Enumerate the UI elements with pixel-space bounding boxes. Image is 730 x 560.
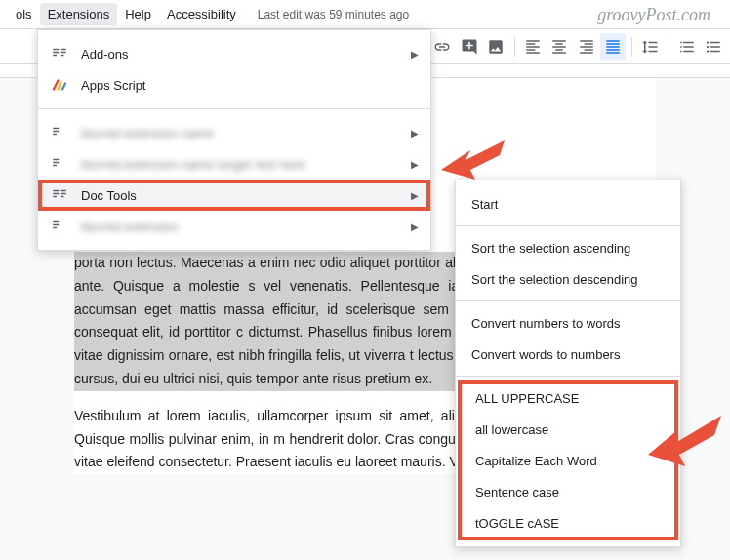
submenu-sort-asc[interactable]: Sort the selection ascending [456,232,680,263]
extension-icon [50,123,69,142]
submenu-toggle[interactable]: tOGGLE cASE [460,507,676,539]
add-comment-button[interactable] [457,33,481,60]
menu-ext-blur-2[interactable]: blurred extension name longer text here … [38,148,430,180]
insert-link-button[interactable] [430,33,455,60]
menu-label-blurred: blurred extension name longer text here [81,157,411,172]
menu-doc-tools[interactable]: Doc Tools ▶ [38,180,430,211]
menu-label-blurred: blurred extension name [81,126,411,140]
menu-extensions[interactable]: Extensions [40,3,118,25]
bullet-list-icon [705,38,722,56]
doc-tools-icon [50,185,69,205]
separator [456,300,680,301]
separator [456,376,680,377]
menu-tools[interactable]: ols [8,3,40,25]
align-center-button[interactable] [548,33,572,60]
align-justify-icon [604,38,622,56]
menu-ext-blur-1[interactable]: blurred extension name ▶ [38,117,430,148]
image-icon [487,38,505,56]
watermark: groovyPost.com [597,5,710,25]
align-left-icon [524,38,542,56]
align-right-icon [578,38,595,56]
submenu-sort-desc[interactable]: Sort the selection descending [456,263,680,295]
separator [38,108,430,109]
align-right-button[interactable] [574,33,598,60]
separator [669,37,669,57]
menu-accessibility[interactable]: Accessibility [159,3,244,25]
menu-addons[interactable]: Add-ons ▶ [38,38,430,69]
separator [631,37,632,57]
menu-help[interactable]: Help [117,3,159,25]
align-center-icon [550,38,568,56]
menubar: ols Extensions Help Accessibility Last e… [0,0,730,29]
submenu-sentence[interactable]: Sentence case [460,476,676,507]
submenu-capitalize[interactable]: Capitalize Each Word [460,445,676,476]
last-edit-link[interactable]: Last edit was 59 minutes ago [258,8,409,21]
submenu-arrow-icon: ▶ [411,159,419,170]
extension-icon [50,154,69,174]
submenu-words-to-num[interactable]: Convert words to numbers [456,339,680,370]
apps-script-icon [50,75,69,95]
line-spacing-button[interactable] [637,33,662,60]
menu-label: Apps Script [81,78,419,93]
menu-ext-blur-3[interactable]: blurred extension ▶ [38,211,430,242]
extensions-dropdown: Add-ons ▶ Apps Script blurred extension … [37,29,431,251]
menu-label: Doc Tools [81,188,411,203]
submenu-arrow-icon: ▶ [411,221,419,232]
checklist-icon [678,38,696,56]
submenu-start[interactable]: Start [456,188,680,220]
extension-icon [50,217,69,236]
align-left-button[interactable] [521,33,546,60]
submenu-arrow-icon: ▶ [411,190,419,201]
case-options-highlight: ALL UPPERCASE all lowercase Capitalize E… [460,382,676,539]
submenu-uppercase[interactable]: ALL UPPERCASE [460,382,676,414]
link-icon [433,38,451,56]
submenu-num-to-words[interactable]: Convert numbers to words [456,307,680,339]
menu-label: Add-ons [81,47,411,61]
separator [514,37,515,57]
insert-image-button[interactable] [483,33,507,60]
menu-apps-script[interactable]: Apps Script [38,69,430,100]
separator [456,225,680,226]
bulleted-list-button[interactable] [702,33,726,60]
line-spacing-icon [641,38,659,56]
addons-icon [50,44,69,63]
menu-label-blurred: blurred extension [81,220,411,234]
doc-tools-submenu: Start Sort the selection ascending Sort … [455,180,681,547]
comment-plus-icon [461,38,478,56]
submenu-arrow-icon: ▶ [411,128,419,139]
submenu-lowercase[interactable]: all lowercase [460,414,676,445]
submenu-arrow-icon: ▶ [411,49,419,60]
align-justify-button[interactable] [600,33,625,60]
checklist-button[interactable] [675,33,700,60]
